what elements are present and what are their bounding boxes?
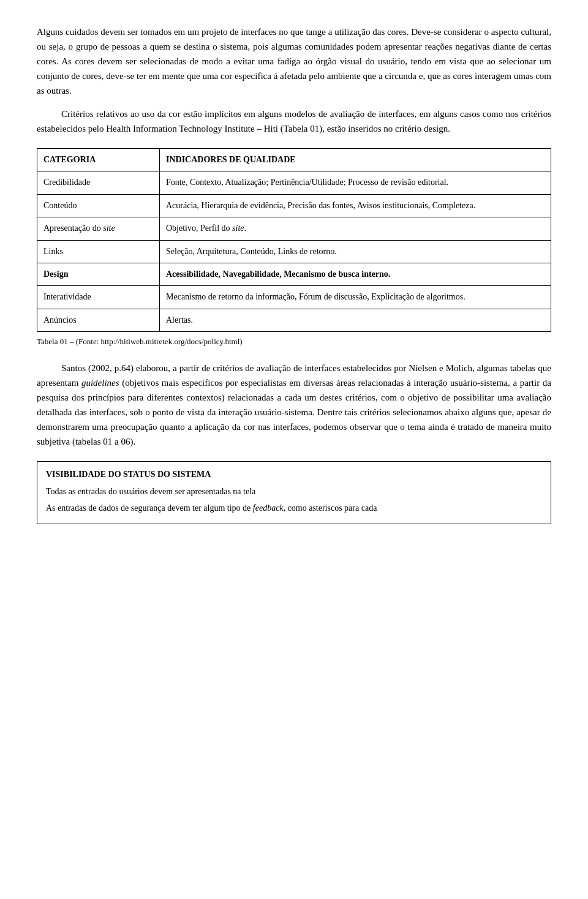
bold-design: Design bbox=[43, 269, 68, 279]
table-cell-categoria: Interatividade bbox=[37, 286, 160, 309]
paragraph-1: Alguns cuidados devem ser tomados em um … bbox=[37, 24, 551, 98]
table-cell-indicadores: Objetivo, Perfil do site. bbox=[160, 217, 551, 240]
quality-table-container: CATEGORIA INDICADORES DE QUALIDADE Credi… bbox=[37, 148, 551, 348]
section-box-title: VISIBILIDADE DO STATUS DO SISTEMA bbox=[46, 468, 542, 481]
table-header-categoria: CATEGORIA bbox=[37, 149, 160, 171]
paragraph-2: Critérios relativos ao uso da cor estão … bbox=[37, 107, 551, 136]
table-row: Apresentação do site Objetivo, Perfil do… bbox=[37, 217, 551, 240]
italic-site-2: site bbox=[232, 224, 244, 233]
table-cell-categoria: Conteúdo bbox=[37, 194, 160, 217]
table-cell-categoria: Anúncios bbox=[37, 309, 160, 331]
table-cell-categoria: Design bbox=[37, 263, 160, 285]
table-header-indicadores: INDICADORES DE QUALIDADE bbox=[160, 149, 551, 171]
table-cell-indicadores: Acurácia, Hierarquia de evidência, Preci… bbox=[160, 194, 551, 217]
paragraph-3: Santos (2002, p.64) elaborou, a partir d… bbox=[37, 361, 551, 449]
section-box-visibilidade: VISIBILIDADE DO STATUS DO SISTEMA Todas … bbox=[37, 461, 551, 524]
section-box-item-1: Todas as entradas do usuários devem ser … bbox=[46, 485, 542, 498]
table-cell-categoria: Apresentação do site bbox=[37, 217, 160, 240]
table-row: Conteúdo Acurácia, Hierarquia de evidênc… bbox=[37, 194, 551, 217]
table-cell-indicadores: Seleção, Arquitetura, Conteúdo, Links de… bbox=[160, 240, 551, 263]
table-cell-categoria: Links bbox=[37, 240, 160, 263]
table-caption: Tabela 01 – (Fonte: http://hitiweb.mitre… bbox=[37, 336, 551, 348]
italic-guidelines: guidelines bbox=[81, 378, 119, 388]
table-cell-categoria: Credibilidade bbox=[37, 171, 160, 194]
quality-table: CATEGORIA INDICADORES DE QUALIDADE Credi… bbox=[37, 148, 551, 332]
table-cell-indicadores: Alertas. bbox=[160, 309, 551, 331]
table-cell-indicadores: Acessibilidade, Navegabilidade, Mecanism… bbox=[160, 263, 551, 285]
table-cell-indicadores: Mecanismo de retorno da informação, Fóru… bbox=[160, 286, 551, 309]
section-box-item-2: As entradas de dados de segurança devem … bbox=[46, 502, 542, 515]
table-row: Links Seleção, Arquitetura, Conteúdo, Li… bbox=[37, 240, 551, 263]
table-row: Anúncios Alertas. bbox=[37, 309, 551, 331]
table-cell-indicadores: Fonte, Contexto, Atualização; Pertinênci… bbox=[160, 171, 551, 194]
italic-feedback: feedback bbox=[253, 503, 284, 513]
table-row: Design Acessibilidade, Navegabilidade, M… bbox=[37, 263, 551, 285]
table-row: Interatividade Mecanismo de retorno da i… bbox=[37, 286, 551, 309]
bold-indicadores-design: Acessibilidade, Navegabilidade, Mecanism… bbox=[166, 269, 390, 279]
italic-site-1: site bbox=[103, 224, 115, 233]
table-row: Credibilidade Fonte, Contexto, Atualizaç… bbox=[37, 171, 551, 194]
